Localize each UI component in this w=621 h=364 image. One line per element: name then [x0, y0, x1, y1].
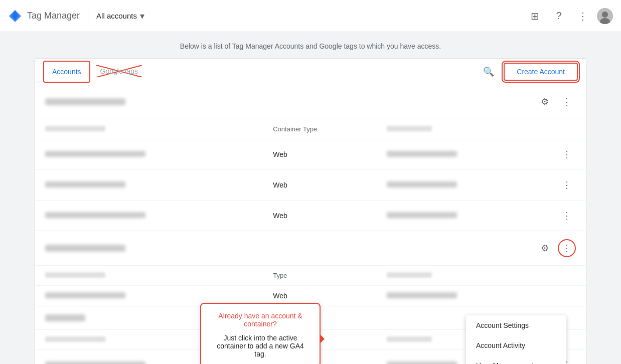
account-settings-icon-button-2[interactable]: ⚙	[536, 239, 554, 257]
main-content: Accounts Google tags 🔍 Create Account ⚙	[15, 58, 606, 364]
avatar-icon	[597, 8, 613, 24]
more-options-icon: ⋮	[578, 10, 588, 22]
container-type: Web	[273, 181, 387, 189]
col-header-type: Type	[273, 272, 387, 279]
container-type: Web	[273, 292, 387, 300]
container-id-blurred	[387, 181, 457, 188]
container-id-blurred	[387, 361, 457, 364]
top-nav: Tag Manager All accounts ▾ ⊞ ? ⋮	[0, 0, 621, 32]
col-header-id	[387, 125, 558, 133]
more-vertical-icon: ⋮	[562, 149, 571, 160]
help-button[interactable]: ?	[549, 6, 569, 26]
col-header-name	[45, 125, 273, 133]
search-icon: 🔍	[483, 66, 494, 77]
user-avatar[interactable]	[597, 8, 613, 24]
container-id-blurred	[387, 151, 457, 157]
tooltip-line1: Already have an account &	[211, 312, 309, 320]
col-header-type: Container Type	[273, 125, 387, 133]
app-logo: Tag Manager	[8, 9, 80, 23]
account-more-button-2[interactable]: ⋮	[558, 239, 576, 257]
svg-point-3	[602, 12, 608, 18]
menu-item-account-settings[interactable]: Account Settings	[466, 315, 566, 335]
account-header-2: ⚙ ⋮	[35, 231, 586, 266]
row-more-button[interactable]: ⋮	[558, 145, 576, 163]
container-table-header-2: Type	[35, 266, 586, 286]
row-more-button[interactable]: ⋮	[558, 207, 576, 225]
accounts-list: ⚙ ⋮ Container Type	[35, 85, 586, 364]
account-actions-1: ⚙ ⋮	[536, 93, 576, 111]
logo-icon	[8, 9, 22, 23]
container-id-blurred	[387, 212, 457, 218]
container-type: Web	[273, 150, 387, 158]
menu-item-account-activity[interactable]: Account Activity	[466, 335, 566, 355]
gear-icon: ⚙	[541, 96, 549, 107]
container-id-blurred	[387, 292, 457, 298]
more-options-button[interactable]: ⋮	[573, 6, 593, 26]
more-vertical-icon: ⋮	[562, 243, 571, 254]
apps-grid-icon: ⊞	[531, 10, 539, 22]
search-button[interactable]: 🔍	[480, 63, 498, 81]
account-name-2	[45, 245, 125, 252]
row-more-button[interactable]: ⋮	[558, 176, 576, 194]
account-settings-icon-button-1[interactable]: ⚙	[536, 93, 554, 111]
container-table-header-1: Container Type	[35, 119, 586, 139]
dropdown-menu: Account Settings Account Activity User M…	[466, 315, 566, 364]
container-row: Web ⋮	[35, 139, 586, 170]
subtitle-text: Below is a list of Tag Manager Accounts …	[180, 42, 441, 50]
more-vertical-icon: ⋮	[562, 179, 571, 191]
tooltip-line4: container to add a new GA4 tag.	[211, 342, 309, 358]
container-row: Web ⋮	[35, 201, 586, 231]
container-name-blurred	[45, 292, 125, 298]
container-name-blurred	[45, 212, 145, 218]
more-vertical-icon: ⋮	[562, 210, 571, 221]
app-name: Tag Manager	[27, 11, 80, 21]
tab-google-tags-label: Google tags	[100, 67, 138, 75]
help-icon: ?	[556, 10, 561, 22]
tooltip-line2: container?	[211, 320, 309, 328]
apps-grid-button[interactable]: ⊞	[525, 6, 545, 26]
gear-icon: ⚙	[541, 243, 549, 254]
container-name-blurred	[45, 361, 145, 364]
nav-icons: ⊞ ? ⋮	[525, 6, 613, 26]
breadcrumb-arrow-icon: ▾	[140, 11, 144, 22]
tooltip-bubble: Already have an account & container? Jus…	[200, 303, 321, 364]
container-type: Web	[273, 212, 387, 220]
nav-divider	[88, 8, 88, 24]
subtitle-bar: Below is a list of Tag Manager Accounts …	[0, 32, 621, 58]
more-vertical-icon: ⋮	[562, 96, 571, 107]
account-card-2: ⚙ ⋮ Type Web	[35, 231, 586, 306]
tab-google-tags[interactable]: Google tags	[90, 61, 148, 82]
tab-accounts-label: Accounts	[52, 68, 81, 76]
container-name-blurred	[45, 181, 125, 188]
account-name-1	[45, 98, 125, 105]
breadcrumb-text: All accounts	[96, 12, 137, 20]
tooltip-line3: Just click into the active	[211, 334, 309, 342]
account-name-3	[45, 314, 85, 321]
account-more-button-1[interactable]: ⋮	[558, 93, 576, 111]
container-name-blurred	[45, 151, 145, 157]
menu-item-user-management[interactable]: User Management	[466, 355, 566, 364]
account-header-1: ⚙ ⋮	[35, 85, 586, 119]
breadcrumb[interactable]: All accounts ▾	[96, 11, 144, 22]
account-card-1: ⚙ ⋮ Container Type	[35, 85, 586, 231]
container-row: Web ⋮	[35, 170, 586, 201]
create-account-button[interactable]: Create Account	[504, 63, 578, 81]
account-actions-2: ⚙ ⋮	[536, 239, 576, 257]
tab-accounts[interactable]: Accounts	[43, 61, 90, 83]
